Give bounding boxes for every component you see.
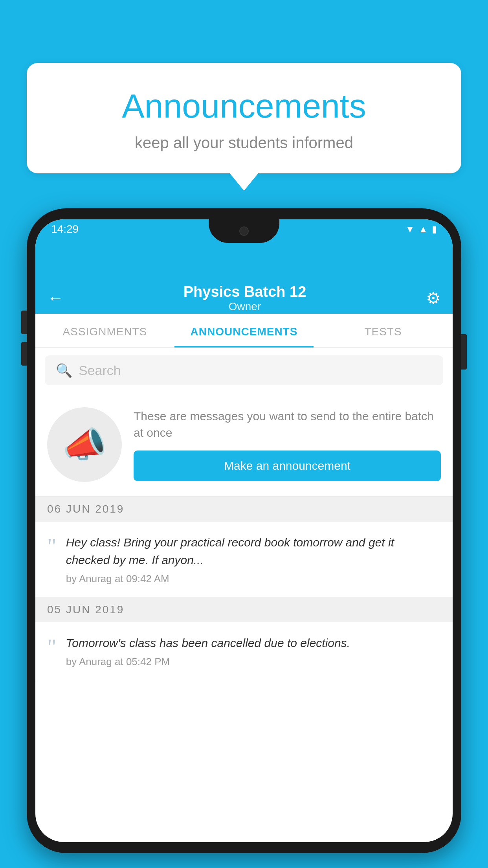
speech-bubble-section: Announcements keep all your students inf… (27, 63, 461, 191)
date-separator-1: 06 JUN 2019 (35, 497, 453, 522)
phone-outer-shell: 14:29 ▼ ▲ ▮ ← (27, 208, 461, 853)
phone-container: 14:29 ▼ ▲ ▮ ← (27, 208, 461, 868)
bubble-title: Announcements (50, 86, 438, 125)
search-icon: 🔍 (56, 362, 72, 378)
announcement-content-2: Tomorrow's class has been cancelled due … (66, 634, 441, 668)
announcement-text-2: Tomorrow's class has been cancelled due … (66, 634, 441, 652)
search-bar[interactable]: 🔍 Search (45, 355, 443, 385)
announcement-meta-2: by Anurag at 05:42 PM (66, 656, 441, 668)
search-placeholder: Search (79, 363, 121, 378)
status-icons: ▼ ▲ ▮ (338, 224, 437, 235)
app-bar-subtitle: Owner (183, 300, 306, 313)
status-bar: 14:29 ▼ ▲ ▮ (35, 219, 453, 251)
wifi-icon: ▼ (405, 224, 415, 235)
make-announcement-button[interactable]: Make an announcement (134, 451, 441, 481)
tab-assignments[interactable]: ASSIGNMENTS (35, 314, 174, 347)
app-bar-title-group: Physics Batch 12 Owner (183, 283, 306, 313)
tab-tests[interactable]: TESTS (314, 314, 453, 347)
bubble-subtitle: keep all your students informed (50, 134, 438, 152)
quote-icon-1: " (47, 533, 57, 558)
announcement-item-1[interactable]: " Hey class! Bring your practical record… (35, 522, 453, 597)
phone-notch (209, 219, 279, 243)
cta-right: These are messages you want to send to t… (134, 408, 441, 481)
quote-icon-2: " (47, 634, 57, 658)
status-time: 14:29 (51, 223, 79, 235)
announcement-meta-1: by Anurag at 09:42 AM (66, 573, 441, 585)
signal-icon: ▲ (418, 224, 428, 235)
search-container: 🔍 Search (35, 348, 453, 393)
camera (239, 226, 249, 236)
phone-screen: 14:29 ▼ ▲ ▮ ← (35, 219, 453, 842)
announcement-content-1: Hey class! Bring your practical record b… (66, 533, 441, 585)
announcement-cta-section: 📣 These are messages you want to send to… (35, 393, 453, 497)
tab-announcements[interactable]: ANNOUNCEMENTS (174, 314, 314, 347)
megaphone-circle: 📣 (47, 407, 122, 482)
back-button[interactable]: ← (47, 289, 64, 307)
cta-description: These are messages you want to send to t… (134, 408, 441, 441)
battery-icon: ▮ (432, 224, 437, 235)
volume-up-button (21, 311, 27, 334)
app-bar: ← Physics Batch 12 Owner ⚙ (35, 251, 453, 314)
settings-button[interactable]: ⚙ (426, 289, 441, 308)
megaphone-icon: 📣 (62, 424, 106, 465)
power-button (461, 334, 467, 370)
speech-bubble-arrow (230, 173, 258, 191)
volume-down-button (21, 342, 27, 366)
speech-bubble-card: Announcements keep all your students inf… (27, 63, 461, 173)
date-separator-2: 05 JUN 2019 (35, 597, 453, 622)
app-bar-title: Physics Batch 12 (183, 283, 306, 300)
tabs-row: ASSIGNMENTS ANNOUNCEMENTS TESTS (35, 314, 453, 348)
announcement-item-2[interactable]: " Tomorrow's class has been cancelled du… (35, 622, 453, 680)
announcement-text-1: Hey class! Bring your practical record b… (66, 533, 441, 569)
